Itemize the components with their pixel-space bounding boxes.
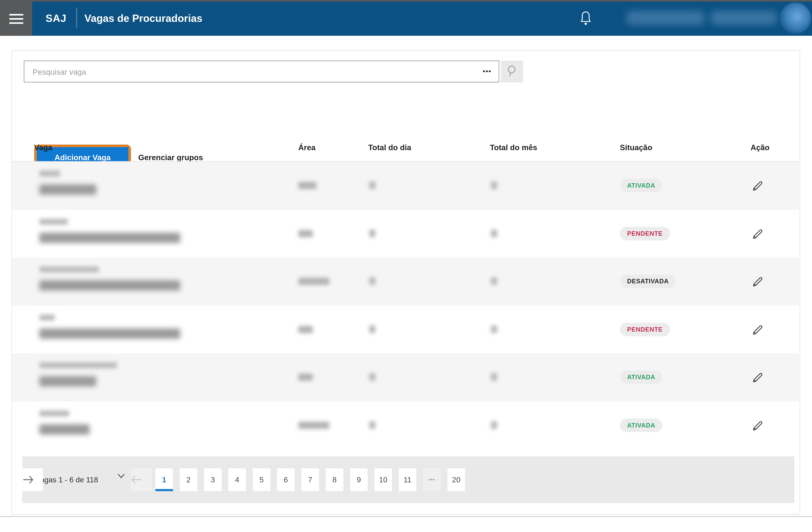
vaga-code-redacted — [40, 266, 99, 273]
hamburger-icon — [10, 14, 24, 16]
column-header-total-mes: Total do mês — [490, 134, 537, 162]
column-header-total-dia: Total do dia — [368, 134, 411, 162]
total-dia-redacted — [369, 325, 376, 333]
status-badge: PENDENTE — [620, 322, 670, 336]
page-button-8[interactable]: 8 — [325, 468, 343, 491]
search-button[interactable] — [501, 61, 523, 83]
page-button-20[interactable]: 20 — [447, 468, 465, 491]
column-header-area: Área — [298, 134, 316, 162]
table-row: ATIVADA — [12, 162, 801, 210]
page-button-10[interactable]: 10 — [375, 468, 392, 491]
total-mes-redacted — [491, 229, 497, 237]
content-card: ••• Adicionar Vaga 1 Gerenciar grupos Va… — [11, 50, 800, 514]
page-button-11[interactable]: 11 — [399, 468, 416, 491]
pagination-bar: Vagas 1 - 6 de 118 1234567891011•••20 — [22, 456, 794, 503]
table-row: PENDENTE — [12, 305, 801, 353]
total-mes-redacted — [491, 325, 497, 333]
total-dia-redacted — [369, 277, 376, 285]
column-header-acao: Ação — [751, 134, 770, 162]
vaga-code-redacted — [40, 410, 70, 416]
prev-page-button[interactable] — [131, 468, 152, 491]
area-redacted — [298, 182, 316, 189]
vaga-name-redacted — [40, 424, 90, 434]
edit-pencil-icon[interactable] — [751, 370, 767, 385]
user-role-redacted — [711, 11, 777, 25]
status-badge: ATIVADA — [620, 370, 663, 384]
total-mes-redacted — [491, 421, 497, 429]
page-buttons: 1234567891011•••20 — [155, 468, 465, 491]
vaga-code-redacted — [40, 314, 55, 320]
vaga-name-redacted — [40, 184, 97, 195]
next-page-button[interactable] — [22, 468, 43, 491]
total-dia-redacted — [369, 229, 376, 237]
search-options-icon[interactable]: ••• — [483, 61, 491, 81]
total-dia-redacted — [369, 421, 376, 429]
status-badge: PENDENTE — [620, 227, 670, 240]
page-button-9[interactable]: 9 — [350, 468, 368, 491]
user-name-redacted — [627, 11, 704, 25]
vaga-name-redacted — [40, 232, 180, 243]
menu-button[interactable] — [0, 0, 32, 36]
area-redacted — [298, 230, 313, 237]
header-divider — [76, 8, 77, 28]
page-button-4[interactable]: 4 — [228, 468, 246, 491]
pagination-ellipsis-button[interactable]: ••• — [423, 468, 441, 491]
search-input[interactable] — [25, 61, 499, 82]
table-row: ATIVADA — [12, 401, 801, 449]
chevron-down-icon[interactable] — [117, 473, 125, 479]
app-window: SAJ Vagas de Procuradorias ••• Adicionar… — [0, 0, 812, 532]
total-dia-redacted — [369, 373, 376, 381]
page-title: Vagas de Procuradorias — [85, 0, 203, 36]
page-button-1[interactable]: 1 — [155, 468, 173, 491]
page-button-6[interactable]: 6 — [277, 468, 295, 491]
window-top-strip — [0, 0, 812, 2]
edit-pencil-icon[interactable] — [751, 322, 767, 337]
table-row: ATIVADA — [12, 354, 801, 401]
edit-pencil-icon[interactable] — [751, 418, 767, 433]
column-header-vaga[interactable]: Vaga↓ — [34, 134, 63, 162]
vaga-code-redacted — [40, 362, 117, 369]
vaga-code-redacted — [40, 170, 60, 177]
status-badge: DESATIVADA — [620, 274, 676, 288]
edit-pencil-icon[interactable] — [751, 179, 767, 193]
page-button-2[interactable]: 2 — [180, 468, 197, 491]
table-row: DESATIVADA — [12, 258, 801, 305]
column-header-situacao: Situação — [620, 134, 652, 162]
vaga-name-redacted — [40, 328, 180, 339]
table-row: PENDENTE — [12, 210, 801, 258]
area-redacted — [298, 326, 313, 333]
total-dia-redacted — [369, 182, 376, 189]
table-body: ATIVADA PENDENTE DESATIVADA — [12, 162, 801, 449]
pagination-summary: Vagas 1 - 6 de 118 — [36, 456, 98, 503]
total-mes-redacted — [491, 277, 497, 285]
area-redacted — [298, 278, 329, 285]
edit-pencil-icon[interactable] — [751, 227, 767, 241]
avatar[interactable] — [780, 3, 811, 34]
area-redacted — [298, 374, 313, 381]
vaga-code-redacted — [40, 218, 68, 225]
notifications-bell-icon[interactable] — [578, 11, 593, 26]
area-redacted — [298, 421, 329, 429]
status-badge: ATIVADA — [620, 418, 663, 432]
app-header: SAJ Vagas de Procuradorias — [0, 0, 812, 36]
page-button-5[interactable]: 5 — [253, 468, 271, 491]
sort-desc-icon[interactable]: ↓ — [59, 134, 63, 162]
status-badge: ATIVADA — [620, 179, 663, 192]
edit-pencil-icon[interactable] — [751, 274, 767, 289]
vaga-name-redacted — [40, 376, 97, 386]
vaga-name-redacted — [40, 280, 180, 291]
app-logo: SAJ — [46, 0, 67, 36]
total-mes-redacted — [491, 182, 497, 189]
page-button-7[interactable]: 7 — [301, 468, 319, 491]
table-header: Vaga↓ Área Total do dia Total do mês Sit… — [12, 134, 801, 162]
total-mes-redacted — [491, 373, 497, 381]
page-button-3[interactable]: 3 — [204, 468, 221, 491]
page-bottom-divider — [0, 516, 812, 517]
search-box: ••• — [24, 61, 499, 83]
